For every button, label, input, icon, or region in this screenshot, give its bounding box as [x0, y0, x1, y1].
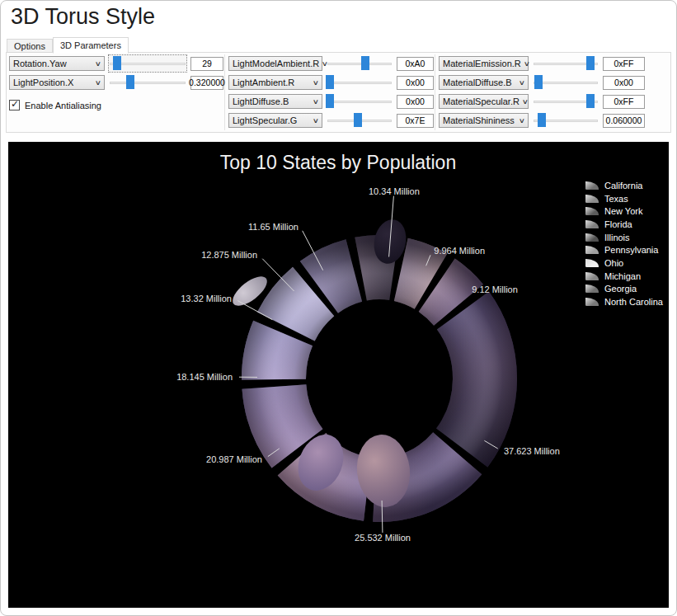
chevron-down-icon: ∨ — [519, 79, 525, 87]
materialemission-r-value[interactable]: 0xFF — [603, 57, 645, 71]
materialshininess-select[interactable]: MaterialShininess∨ — [439, 113, 529, 128]
antialiasing-checkbox[interactable]: ✓ — [9, 100, 20, 111]
rotation-yaw-value[interactable]: 29 — [190, 57, 223, 71]
tab-options[interactable]: Options — [7, 39, 53, 53]
slice-value-label: 18.145 Million — [176, 372, 233, 382]
torus-render: Top 10 States by Population 10.34 Millio… — [8, 142, 669, 608]
legend-slice-icon — [585, 298, 599, 306]
torus-chart-canvas[interactable]: Top 10 States by Population 10.34 Millio… — [8, 142, 669, 608]
slider-track[interactable] — [327, 63, 392, 65]
lightdiffuse-b-value[interactable]: 0x00 — [397, 95, 434, 109]
legend-item-texas: Texas — [585, 192, 663, 205]
legend-slice-icon — [585, 207, 599, 215]
slice-shading — [401, 270, 430, 281]
materialspecular-r-value[interactable]: 0xFF — [603, 95, 645, 109]
slice-shading — [462, 311, 485, 448]
slider-thumb[interactable] — [534, 75, 543, 89]
param-select-label: MaterialSpecular.R — [443, 96, 520, 106]
lightmodelambient-r-select[interactable]: LightModelAmbient.R∨ — [228, 56, 322, 71]
control-row: LightAmbient.R∨0x00 — [228, 75, 434, 90]
chart-legend: CaliforniaTexasNew YorkFloridaIllinoisPe… — [585, 179, 663, 308]
slider-track[interactable] — [327, 82, 392, 84]
param-select-label: MaterialShininess — [443, 115, 515, 125]
legend-label: Michigan — [604, 271, 641, 281]
legend-label: California — [604, 181, 642, 190]
page-title: 3D Torus Style — [11, 0, 155, 33]
materialshininess-slider[interactable] — [533, 112, 599, 129]
lightambient-r-value[interactable]: 0x00 — [397, 76, 434, 90]
lightposition-x-slider[interactable] — [109, 74, 186, 91]
lightambient-r-select[interactable]: LightAmbient.R∨ — [228, 75, 322, 90]
control-row: MaterialDiffuse.B∨0x00 — [439, 75, 645, 90]
slice-value-label: 20.987 Million — [206, 454, 262, 464]
slice-value-label: 9.12 Million — [472, 284, 518, 294]
column-divider — [224, 54, 225, 130]
lightmodelambient-r-slider[interactable] — [327, 55, 393, 72]
slice-value-label: 11.65 Million — [248, 222, 299, 232]
slider-thumb[interactable] — [586, 94, 595, 108]
control-row: LightModelAmbient.R∨0xA0 — [228, 56, 434, 71]
lightmodelambient-r-value[interactable]: 0xA0 — [397, 57, 434, 71]
chevron-down-icon: ∨ — [522, 98, 529, 106]
chevron-down-icon: ∨ — [524, 60, 530, 68]
materialemission-r-select[interactable]: MaterialEmission.R∨ — [439, 56, 529, 71]
lightposition-x-value[interactable]: 0.320000 — [190, 76, 223, 90]
slider-track[interactable] — [110, 82, 186, 84]
param-select-label: LightAmbient.R — [233, 78, 294, 87]
legend-label: Florida — [604, 219, 632, 229]
materialspecular-r-select[interactable]: MaterialSpecular.R∨ — [439, 94, 529, 109]
lightspecular-g-slider[interactable] — [327, 112, 393, 129]
tab-3d-parameters[interactable]: 3D Parameters — [53, 37, 129, 54]
legend-slice-icon — [585, 284, 599, 293]
slice-shading — [437, 285, 458, 305]
lightposition-x-select[interactable]: LightPosition.X∨ — [9, 75, 105, 90]
slider-thumb[interactable] — [361, 56, 369, 70]
controls-column-left: Rotation.Yaw∨29LightPosition.X∨0.320000✓… — [9, 56, 223, 111]
slider-thumb[interactable] — [113, 56, 121, 70]
materialshininess-value[interactable]: 0.060000 — [603, 114, 645, 128]
legend-slice-icon — [585, 259, 599, 267]
lightambient-r-slider[interactable] — [327, 74, 393, 91]
legend-label: Pennsylvania — [604, 245, 658, 255]
legend-slice-icon — [585, 246, 599, 254]
column-divider — [435, 54, 435, 130]
lightspecular-g-select[interactable]: LightSpecular.G∨ — [228, 113, 322, 128]
rotation-yaw-slider[interactable] — [109, 55, 186, 72]
slider-thumb[interactable] — [586, 56, 595, 70]
slider-thumb[interactable] — [326, 75, 334, 89]
slice-shading — [286, 292, 313, 327]
param-select-label: LightSpecular.G — [233, 115, 297, 125]
control-row: MaterialSpecular.R∨0xFF — [439, 94, 645, 109]
materialspecular-r-slider[interactable] — [533, 93, 599, 110]
legend-slice-icon — [585, 195, 599, 203]
lightspecular-g-value[interactable]: 0x7E — [397, 114, 434, 128]
controls-column-middle: LightModelAmbient.R∨0xA0LightAmbient.R∨0… — [228, 56, 434, 128]
slider-track[interactable] — [534, 82, 598, 84]
slider-thumb[interactable] — [354, 113, 362, 127]
slider-track[interactable] — [327, 101, 392, 103]
lightdiffuse-b-select[interactable]: LightDiffuse.B∨ — [228, 94, 322, 109]
rotation-yaw-select[interactable]: Rotation.Yaw∨ — [9, 56, 105, 71]
legend-item-california: California — [585, 179, 663, 192]
antialiasing-checkbox-label: Enable Antialiasing — [25, 101, 101, 111]
legend-item-new-york: New York — [585, 205, 663, 218]
materialdiffuse-b-value[interactable]: 0x00 — [603, 76, 645, 90]
materialemission-r-slider[interactable] — [533, 55, 599, 72]
slider-thumb[interactable] — [326, 94, 334, 108]
legend-item-pennsylvania: Pennsylvania — [585, 243, 663, 256]
chevron-down-icon: ∨ — [519, 117, 525, 125]
controls-column-right: MaterialEmission.R∨0xFFMaterialDiffuse.B… — [439, 56, 645, 128]
legend-label: Georgia — [604, 284, 637, 294]
materialdiffuse-b-select[interactable]: MaterialDiffuse.B∨ — [439, 75, 529, 90]
materialdiffuse-b-slider[interactable] — [533, 74, 599, 91]
param-select-label: MaterialEmission.R — [443, 59, 521, 68]
lightdiffuse-b-slider[interactable] — [327, 93, 393, 110]
legend-slice-icon — [585, 233, 599, 242]
slider-thumb[interactable] — [538, 113, 546, 127]
parameters-panel: Rotation.Yaw∨29LightPosition.X∨0.320000✓… — [6, 52, 671, 133]
slice-value-label: 13.32 Million — [181, 294, 232, 303]
slider-thumb[interactable] — [126, 75, 134, 89]
slice-value-label: 37.623 Million — [504, 446, 560, 456]
legend-label: North Carolina — [604, 297, 663, 307]
checkmark-icon: ✓ — [11, 98, 19, 110]
